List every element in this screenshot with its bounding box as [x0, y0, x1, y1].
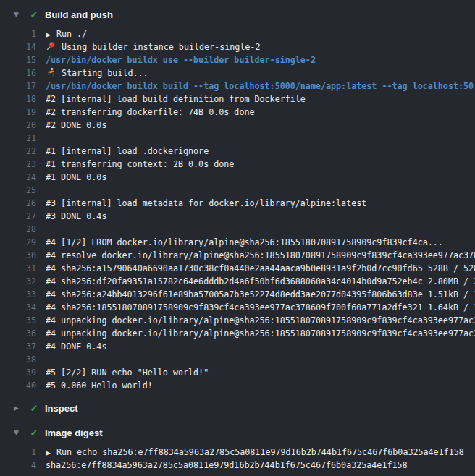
line-number[interactable]: 35: [0, 314, 36, 327]
chevron-right-icon[interactable]: ▶: [14, 405, 24, 412]
log-line: 35#4 unpacking docker.io/library/alpine@…: [0, 314, 475, 327]
log-lines-build-and-push: 1▶Run ./14Using builder instance builder…: [0, 27, 475, 392]
log-text-content: #2 DONE 0.0s: [46, 120, 106, 130]
log-line: 19#2 transferring dockerfile: 74B 0.0s d…: [0, 106, 475, 119]
section-header-image-digest[interactable]: ▼ ✓ Image digest: [0, 424, 475, 441]
log-text-content: #3 [internal] load metadata for docker.i…: [46, 198, 366, 208]
log-line: 20#2 DONE 0.0s: [0, 119, 475, 132]
log-text-content: #4 sha256:a24bb4013296f61e89ba57005a7b3e…: [46, 289, 475, 299]
line-number[interactable]: 15: [0, 54, 36, 67]
line-number[interactable]: 38: [0, 353, 36, 366]
line-number[interactable]: 26: [0, 197, 36, 210]
line-number[interactable]: 33: [0, 288, 36, 301]
line-number[interactable]: 28: [0, 223, 36, 236]
log-text: #4 resolve docker.io/library/alpine@sha2…: [46, 249, 475, 262]
chevron-down-icon[interactable]: ▼: [14, 12, 24, 18]
section-title-build-and-push: Build and push: [45, 9, 113, 20]
runner-icon: [46, 67, 56, 77]
log-text: sha256:e7ff8834a5963a2785c5a0811e979d16b…: [46, 459, 408, 472]
line-number[interactable]: 24: [0, 171, 36, 184]
log-text-content: #1 transferring context: 2B 0.0s done: [46, 159, 234, 169]
line-number[interactable]: 1: [0, 27, 36, 41]
line-number[interactable]: 1: [0, 446, 36, 459]
log-line: 27#3 DONE 0.4s: [0, 210, 475, 223]
log-text-content: #5 0.060 Hello world!: [46, 381, 153, 391]
line-number[interactable]: 29: [0, 236, 36, 249]
log-text: #2 DONE 0.0s: [46, 119, 106, 132]
log-text-content: #4 sha256:185518070891758909c9f839cf4ca3…: [46, 302, 475, 313]
line-number[interactable]: 34: [0, 301, 36, 314]
section-title-image-digest: Image digest: [45, 428, 102, 438]
log-text-content: #4 sha256:df20fa9351a15782c64e6dddb2d4a6…: [46, 276, 475, 286]
log-text: ▶Run echo sha256:e7ff8834a5963a2785c5a08…: [46, 446, 464, 459]
success-check-icon: ✓: [28, 10, 40, 20]
line-number[interactable]: 22: [0, 145, 36, 158]
log-text: Using builder instance builder-single-2: [46, 41, 260, 54]
line-number[interactable]: 20: [0, 119, 36, 132]
log-lines-image-digest: 1▶Run echo sha256:e7ff8834a5963a2785c5a0…: [0, 446, 475, 472]
log-line: 24#1 DONE 0.0s: [0, 171, 475, 184]
log-line: 21: [0, 132, 475, 145]
line-number[interactable]: 19: [0, 106, 36, 119]
line-number[interactable]: 18: [0, 93, 36, 106]
log-text: #4 sha256:df20fa9351a15782c64e6dddb2d4a6…: [46, 275, 475, 288]
log-line: 31#4 sha256:a15790640a6690aa1730c38cf0a4…: [0, 262, 475, 275]
log-text: #3 [internal] load metadata for docker.i…: [46, 197, 366, 210]
line-number[interactable]: 27: [0, 210, 36, 223]
log-line: 16Starting build...: [0, 67, 475, 80]
log-line: 22#1 [internal] load .dockerignore: [0, 145, 475, 158]
log-line: 25: [0, 184, 475, 197]
log-text: #5 0.060 Hello world!: [46, 379, 153, 392]
log-text: #4 sha256:a15790640a6690aa1730c38cf0a440…: [46, 262, 475, 275]
section-header-inspect[interactable]: ▶ ✓ Inspect: [0, 399, 475, 417]
log-line: 32#4 sha256:df20fa9351a15782c64e6dddb2d4…: [0, 275, 475, 288]
line-number[interactable]: 36: [0, 327, 36, 340]
log-group-image-digest: ▼ ✓ Image digest 1▶Run echo sha256:e7ff8…: [0, 424, 475, 472]
log-line: 38: [0, 353, 475, 366]
log-text-content: /usr/bin/docker buildx build --tag local…: [46, 81, 474, 91]
line-number[interactable]: 31: [0, 262, 36, 275]
log-text: #4 sha256:a24bb4013296f61e89ba57005a7b3e…: [46, 288, 475, 301]
log-line: 40#5 0.060 Hello world!: [0, 379, 475, 392]
log-text-content: #1 [internal] load .dockerignore: [46, 146, 209, 156]
log-text: ▶Run ./: [46, 27, 87, 41]
expand-run-icon[interactable]: ▶: [46, 31, 51, 38]
line-number[interactable]: 25: [0, 184, 36, 197]
log-text: #4 unpacking docker.io/library/alpine@sh…: [46, 314, 475, 327]
expand-run-icon[interactable]: ▶: [46, 449, 51, 456]
log-line: 14Using builder instance builder-single-…: [0, 41, 475, 54]
line-number[interactable]: 39: [0, 366, 36, 379]
line-number[interactable]: 37: [0, 340, 36, 353]
log-text-content: #5 [2/2] RUN echo "Hello world!": [46, 367, 209, 378]
line-number[interactable]: 21: [0, 132, 36, 145]
log-text: #2 [internal] load build definition from…: [46, 93, 306, 106]
line-number[interactable]: 16: [0, 67, 36, 80]
log-line: 34#4 sha256:185518070891758909c9f839cf4c…: [0, 301, 475, 314]
log-line: 4sha256:e7ff8834a5963a2785c5a0811e979d16…: [0, 459, 475, 472]
line-number[interactable]: 14: [0, 41, 36, 54]
section-header-build-and-push[interactable]: ▼ ✓ Build and push: [0, 6, 475, 23]
line-number[interactable]: 32: [0, 275, 36, 288]
log-line: 26#3 [internal] load metadata for docker…: [0, 197, 475, 210]
log-line: 37#4 DONE 0.4s: [0, 340, 475, 353]
log-text-content: #4 DONE 0.4s: [46, 341, 106, 352]
line-number[interactable]: 40: [0, 379, 36, 392]
log-text-content: Run echo sha256:e7ff8834a5963a2785c5a081…: [56, 447, 464, 457]
line-number[interactable]: 30: [0, 249, 36, 262]
log-text-content: #2 [internal] load build definition from…: [46, 94, 306, 104]
log-line: 30#4 resolve docker.io/library/alpine@sh…: [0, 249, 475, 262]
chevron-down-icon[interactable]: ▼: [14, 430, 24, 436]
line-number[interactable]: 17: [0, 80, 36, 93]
log-text: #3 DONE 0.4s: [46, 210, 106, 223]
log-text-content: #4 resolve docker.io/library/alpine@sha2…: [46, 250, 475, 260]
line-number[interactable]: 4: [0, 459, 36, 472]
log-line: 39#5 [2/2] RUN echo "Hello world!": [0, 366, 475, 379]
log-text-content: #4 sha256:a15790640a6690aa1730c38cf0a440…: [46, 263, 475, 273]
log-text: #2 transferring dockerfile: 74B 0.0s don…: [46, 106, 255, 119]
line-number[interactable]: 23: [0, 158, 36, 171]
log-text: /usr/bin/docker buildx use --builder bui…: [46, 54, 316, 67]
log-line: 29#4 [1/2] FROM docker.io/library/alpine…: [0, 236, 475, 249]
log-line: 17/usr/bin/docker buildx build --tag loc…: [0, 80, 475, 93]
log-text: #4 sha256:185518070891758909c9f839cf4ca3…: [46, 301, 475, 314]
log-text-content: #4 [1/2] FROM docker.io/library/alpine@s…: [46, 237, 443, 247]
